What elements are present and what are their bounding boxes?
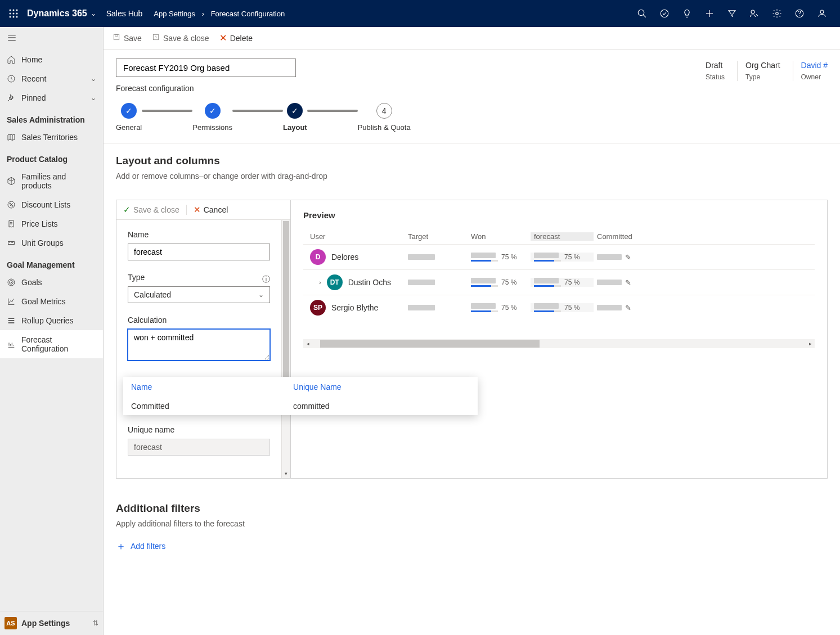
nav-recent[interactable]: Recent ⌄ [0,69,103,88]
horizontal-scrollbar[interactable]: ◂▸ [303,339,815,348]
save-button[interactable]: Save [113,33,142,43]
main-content: Save Save & close ✕ Delete Forecast conf… [104,27,840,635]
nav-label: Unit Groups [21,238,64,247]
save-label: Save [124,34,142,43]
area-switcher[interactable]: AS App Settings ⇅ [0,611,103,635]
preview-panel: Preview User Target Won forecast Committ… [291,200,827,478]
nav-sales-territories[interactable]: Sales Territories [0,128,103,147]
nav-families-products[interactable]: Families and products [0,167,103,195]
svg-point-14 [751,10,754,13]
section-title: Layout and columns [116,155,828,167]
forecast-pct: 75 % [564,278,580,286]
status-label: Status [706,73,725,81]
svg-point-11 [661,10,668,17]
nav-unit-groups[interactable]: Unit Groups [0,233,103,253]
nav-goals[interactable]: Goals [0,273,103,292]
assistant-icon[interactable] [743,2,766,25]
breadcrumb-item[interactable]: Forecast Configuration [211,10,285,18]
svg-point-5 [16,13,18,15]
nav-label: Goals [21,278,42,287]
unique-name-input [128,439,270,456]
area-badge: AS [5,617,17,629]
wizard-step-permissions[interactable]: ✓Permissions [192,103,232,132]
command-bar: Save Save & close ✕ Delete [104,27,840,49]
task-icon[interactable] [653,2,676,25]
help-icon[interactable] [788,2,811,25]
wizard-step-layout[interactable]: ✓Layout [283,103,307,132]
brand-chevron-icon[interactable]: ⌄ [91,10,96,17]
receipt-icon [7,219,16,228]
owner-value[interactable]: David # [801,61,828,70]
svg-point-6 [10,16,11,18]
breadcrumb: App Settings › Forecast Configuration [154,10,285,18]
page-subtitle: Forecast configuration [116,77,296,93]
suggest-row[interactable]: Committedcommitted [123,397,478,415]
type-select[interactable]: Calculated⌄ [128,286,270,303]
add-icon[interactable] [698,2,721,25]
filter-icon[interactable] [721,2,743,25]
app-name[interactable]: Sales Hub [106,9,143,18]
lightbulb-icon[interactable] [676,2,698,25]
svg-point-0 [10,10,11,11]
nav-discount-lists[interactable]: Discount Lists [0,195,103,214]
account-icon[interactable] [811,2,833,25]
edit-icon[interactable]: ✎ [625,278,631,287]
delete-label: Delete [230,34,253,43]
nav-pinned[interactable]: Pinned ⌄ [0,88,103,107]
edit-icon[interactable]: ✎ [625,304,631,312]
col-committed: Committed [594,232,657,241]
delete-icon: ✕ [219,33,227,43]
search-icon[interactable] [631,2,653,25]
svg-rect-35 [115,34,118,36]
app-launcher-icon[interactable] [7,7,20,20]
stack-icon [7,316,16,325]
form-cancel-button[interactable]: ✕Cancel [194,205,228,215]
unique-name-label: Unique name [128,425,270,434]
nav-label: Home [21,55,42,64]
nav-goal-metrics[interactable]: Goal Metrics [0,292,103,311]
nav-home[interactable]: Home [0,50,103,69]
forecast-pct: 75 % [564,253,580,261]
wizard-step-general[interactable]: ✓General [116,103,142,132]
save-close-button[interactable]: Save & close [152,33,209,43]
nav-rollup-queries[interactable]: Rollup Queries [0,311,103,330]
settings-icon[interactable] [766,2,788,25]
placeholder [408,280,435,285]
edit-icon[interactable]: ✎ [625,253,631,262]
user-name: Dustin Ochs [348,278,391,287]
wizard-step-publish[interactable]: 4Publish & Quota [358,103,411,132]
preview-title: Preview [303,210,815,220]
hamburger-icon[interactable] [7,35,17,44]
filters-title: Additional filters [116,502,828,515]
home-icon [7,55,16,64]
chevron-down-icon: ⌄ [258,291,264,299]
breadcrumb-item[interactable]: App Settings [154,10,195,18]
forecast-title-input[interactable] [116,58,296,77]
info-icon[interactable]: ⓘ [262,274,270,285]
nav-forecast-config[interactable]: Forecast Configuration [0,330,103,358]
nav-label: Rollup Queries [21,316,74,325]
chart-icon [7,297,16,306]
add-filters-button[interactable]: ＋ Add filters [116,539,840,553]
nav-label: Forecast Configuration [21,335,96,353]
expand-icon[interactable]: › [319,279,321,286]
ruler-icon [7,238,16,247]
vertical-scrollbar[interactable]: ▾ [281,220,290,478]
form-save-close-button[interactable]: ✓Save & close [123,205,179,215]
placeholder [408,254,435,260]
svg-rect-34 [114,34,119,39]
delete-button[interactable]: ✕ Delete [219,33,253,43]
column-form: ✓Save & close ✕Cancel Name Typeⓘ Calcula… [116,200,291,478]
brand[interactable]: Dynamics 365 [27,8,87,19]
type-label: Type [128,273,145,282]
sidebar: Home Recent ⌄ Pinned ⌄ Sales Administrat… [0,27,104,635]
calculation-input[interactable] [128,329,270,361]
name-input[interactable] [128,244,270,260]
nav-section-title: Goal Management [0,253,103,273]
nav-price-lists[interactable]: Price Lists [0,214,103,233]
target-icon [7,278,16,287]
pin-icon [7,93,16,102]
area-label: App Settings [21,619,70,628]
placeholder [597,280,622,285]
map-icon [7,133,16,142]
